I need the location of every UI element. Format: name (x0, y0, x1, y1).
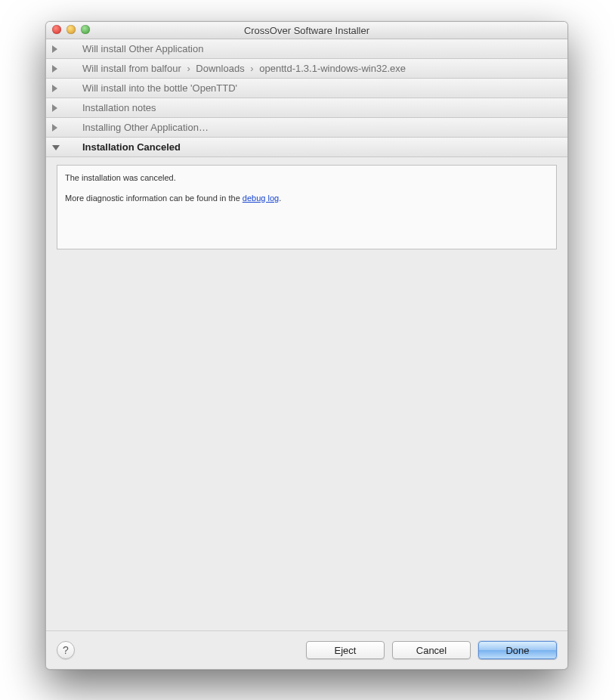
footer: ? Eject Cancel Done (46, 630, 567, 669)
step-install-bottle[interactable]: Will install into the bottle 'OpenTTD' (46, 79, 567, 98)
detail-text: More diagnostic information can be found… (65, 192, 549, 205)
detail-box: The installation was canceled. More diag… (57, 165, 557, 249)
step-installing[interactable]: Installing Other Application… (46, 118, 567, 138)
button-label: Done (505, 645, 529, 656)
step-label: Installing Other Application… (82, 122, 209, 133)
content-spacer (46, 252, 567, 630)
step-install-notes[interactable]: Installation notes (46, 98, 567, 118)
detail-text-fragment: More diagnostic information can be found… (65, 194, 243, 203)
chevron-right-icon: › (187, 63, 190, 74)
zoom-icon[interactable] (81, 25, 90, 34)
titlebar[interactable]: CrossOver Software Installer (46, 22, 567, 39)
path-segment: Downloads (196, 63, 244, 74)
installer-window: CrossOver Software Installer Will instal… (45, 21, 568, 670)
step-label: Will install into the bottle 'OpenTTD' (82, 82, 237, 94)
detail-text-fragment: . (279, 194, 281, 203)
close-icon[interactable] (52, 25, 61, 34)
step-canceled[interactable]: Installation Canceled (46, 138, 567, 157)
help-button[interactable]: ? (57, 641, 75, 659)
detail-area: The installation was canceled. More diag… (46, 157, 567, 252)
eject-button[interactable]: Eject (306, 641, 385, 659)
button-label: Cancel (416, 645, 447, 656)
step-label: Will install Other Application (82, 43, 203, 54)
minimize-icon[interactable] (66, 25, 76, 34)
disclosure-right-icon[interactable] (52, 45, 60, 53)
step-label: Installation notes (82, 102, 156, 113)
done-button[interactable]: Done (478, 641, 557, 659)
path-segment: Will install from balfour (82, 63, 181, 74)
traffic-lights (52, 25, 90, 34)
detail-text: The installation was canceled. (65, 172, 549, 184)
window-title: CrossOver Software Installer (244, 25, 369, 36)
disclosure-right-icon[interactable] (52, 124, 60, 132)
disclosure-right-icon[interactable] (52, 104, 60, 112)
button-label: Eject (335, 645, 357, 656)
step-list: Will install Other Application Will inst… (46, 39, 567, 157)
cancel-button[interactable]: Cancel (392, 641, 471, 659)
disclosure-right-icon[interactable] (52, 65, 60, 73)
step-label: Installation Canceled (82, 141, 181, 153)
step-install-app[interactable]: Will install Other Application (46, 39, 567, 59)
chevron-right-icon: › (250, 63, 253, 74)
step-install-from[interactable]: Will install from balfour › Downloads › … (46, 59, 567, 79)
disclosure-right-icon[interactable] (52, 85, 60, 92)
path-segment: openttd-1.3.1-windows-win32.exe (259, 63, 406, 74)
debug-log-link[interactable]: debug log (243, 194, 279, 203)
help-icon: ? (63, 644, 69, 656)
disclosure-down-icon[interactable] (52, 144, 60, 151)
step-label: Will install from balfour › Downloads › … (82, 63, 406, 74)
